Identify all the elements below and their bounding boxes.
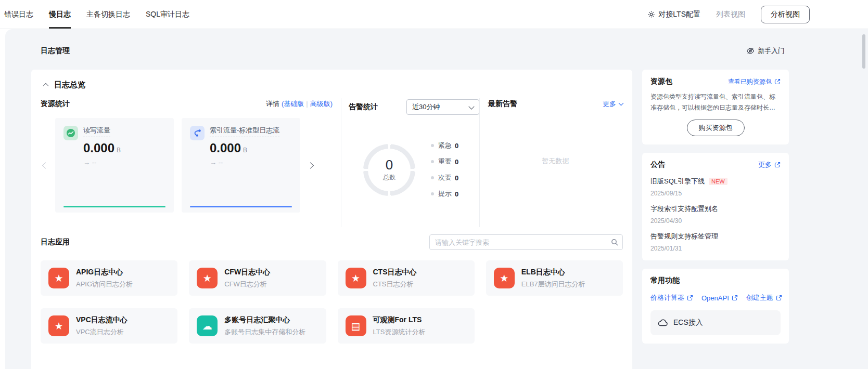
page-title: 日志管理 <box>41 46 70 56</box>
stat-value: 0.000B <box>210 142 247 154</box>
app-icon: ★ <box>48 315 69 336</box>
overview-stats-grid: 资源统计 详情(基础版|高级版) <box>41 98 623 227</box>
resource-carousel: 读写流量 0.000B → -- <box>41 118 333 213</box>
common-function-link[interactable]: OpenAPI <box>701 294 738 302</box>
announcement-item[interactable]: 字段索引支持配置别名 2025/04/30 <box>650 204 781 225</box>
log-app-card[interactable]: ☁ 多账号日志汇聚中心 多账号日志集中存储和分析 <box>189 308 326 344</box>
announcements-title: 公告 <box>650 160 665 169</box>
log-type-tab[interactable]: 主备切换日志 <box>86 0 130 29</box>
legend-row: 重要 0 <box>431 157 458 166</box>
log-app-card[interactable]: ▤ 可观测For LTS LTS资源统计分析 <box>338 308 475 344</box>
app-title: VPC日志流中心 <box>76 315 127 325</box>
no-data-text: 暂无数据 <box>488 156 623 166</box>
resource-package-title: 资源包 <box>650 77 672 86</box>
legend-label: 紧急 <box>438 141 452 150</box>
announcement-title: 字段索引支持配置别名 <box>650 204 718 214</box>
view-purchased-packages-link[interactable]: 查看已购资源包 <box>728 77 781 86</box>
log-app-card[interactable]: ★ CFW日志中心 CFW日志分析 <box>189 260 326 296</box>
app-description: VPC流日志分析 <box>76 327 127 337</box>
common-function-link[interactable]: 创建主题 <box>746 293 782 302</box>
stat-unit: B <box>243 147 247 154</box>
app-icon: ★ <box>48 268 69 288</box>
read-write-traffic-icon <box>63 126 78 140</box>
index-traffic-icon <box>190 126 205 140</box>
lts-config-button[interactable]: 对接LTS配置 <box>647 10 700 19</box>
app-icon: ★ <box>494 268 515 288</box>
alarm-donut-area: 0 总数 紧急 0 <box>349 141 479 199</box>
search-icon[interactable] <box>611 239 618 246</box>
buy-package-button[interactable]: 购买资源包 <box>687 120 745 136</box>
latest-alarms-more-link[interactable]: 更多 <box>603 99 623 109</box>
gear-icon <box>647 10 655 18</box>
log-type-tab[interactable]: 慢日志 <box>49 0 71 29</box>
legend-dot-icon <box>431 176 434 179</box>
app-title: CTS日志中心 <box>373 268 417 277</box>
chevron-down-icon <box>619 101 624 106</box>
announcement-date: 2025/09/15 <box>650 190 781 197</box>
resource-stat-card[interactable]: 索引流量-标准型日志流 0.000B → -- <box>182 118 300 213</box>
ecs-access-entry[interactable]: ECS接入 <box>650 310 781 335</box>
app-icon: ▤ <box>346 315 366 336</box>
collapse-chevron-icon <box>43 83 48 88</box>
log-app-card[interactable]: ★ ELB日志中心 ELB7层访问日志分析 <box>486 260 623 296</box>
log-apps-header: 日志应用 <box>41 234 623 250</box>
log-type-tab[interactable]: SQL审计日志 <box>146 0 189 29</box>
stat-unit: B <box>117 147 121 154</box>
detail-label: 详情 <box>266 100 279 108</box>
carousel-next-button[interactable] <box>305 163 315 168</box>
beginner-guide-button[interactable]: 新手入门 <box>746 46 785 56</box>
carousel-prev-button[interactable] <box>41 163 50 168</box>
log-apps-title: 日志应用 <box>41 238 70 247</box>
chevron-right-icon <box>307 162 314 169</box>
log-overview-card: 日志总览 资源统计 详情(基础版|高级版) <box>31 70 632 369</box>
chevron-left-icon <box>42 162 49 169</box>
log-app-card[interactable]: ★ APIG日志中心 APIG访问日志分析 <box>41 260 177 296</box>
chevron-down-icon <box>468 103 474 109</box>
overview-header[interactable]: 日志总览 <box>41 78 623 98</box>
app-title: 可观测For LTS <box>373 315 426 325</box>
log-app-card[interactable]: ★ VPC日志流中心 VPC流日志分析 <box>41 308 177 344</box>
app-title: 多账号日志汇聚中心 <box>224 315 305 325</box>
app-title: ELB日志中心 <box>521 268 585 277</box>
common-function-link[interactable]: 价格计算器 <box>650 293 693 302</box>
alarm-total-value: 0 <box>386 158 393 172</box>
stat-trend-line <box>190 206 292 207</box>
legend-label: 提示 <box>438 189 452 199</box>
legend-dot-icon <box>431 160 434 163</box>
announcements-more-link[interactable]: 更多 <box>758 160 781 169</box>
announcement-title: 告警规则支持标签管理 <box>650 232 718 241</box>
app-title: CFW日志中心 <box>224 268 270 277</box>
list-view-toggle[interactable]: 列表视图 <box>716 10 745 19</box>
app-icon: ☁ <box>197 315 218 336</box>
stat-value: 0.000B <box>83 142 121 154</box>
app-description: APIG访问日志分析 <box>76 280 133 289</box>
legend-value: 0 <box>455 174 458 182</box>
search-input[interactable] <box>429 234 623 250</box>
announcement-title: 旧版SQL引擎下线 <box>650 177 705 186</box>
advanced-version-link[interactable]: 高级版 <box>310 100 330 108</box>
eye-off-icon <box>746 47 755 55</box>
legend-value: 0 <box>455 158 458 166</box>
topbar-actions: 对接LTS配置 列表视图 分析视图 <box>647 0 868 29</box>
stat-trend-line <box>63 206 165 207</box>
stat-label: 索引流量-标准型日志流 <box>210 126 279 137</box>
lts-config-label: 对接LTS配置 <box>658 10 700 19</box>
new-badge: NEW <box>709 178 727 185</box>
app-search <box>429 234 623 250</box>
announcement-item[interactable]: 告警规则支持标签管理 2025/01/31 <box>650 232 781 252</box>
announcement-item[interactable]: 旧版SQL引擎下线 NEW 2025/09/15 <box>650 177 781 197</box>
log-type-tab[interactable]: 错误日志 <box>4 0 33 29</box>
basic-version-link[interactable]: 基础版 <box>284 100 304 108</box>
legend-label: 重要 <box>438 157 452 166</box>
resource-stat-card[interactable]: 读写流量 0.000B → -- <box>55 118 174 213</box>
external-link-icon <box>776 295 782 301</box>
resource-detail-links: 详情(基础版|高级版) <box>266 99 333 109</box>
resource-stats-section: 资源统计 详情(基础版|高级版) <box>41 98 341 227</box>
log-app-card[interactable]: ★ CTS日志中心 CTS日志分析 <box>338 260 475 296</box>
time-range-select[interactable]: 近30分钟 <box>406 99 479 115</box>
vertical-scrollbar[interactable] <box>862 34 865 69</box>
analysis-view-button[interactable]: 分析视图 <box>761 6 810 23</box>
common-functions-card: 常用功能 价格计算器 OpenAPI <box>642 269 789 344</box>
external-link-icon <box>774 78 781 85</box>
app-icon: ★ <box>346 268 366 288</box>
